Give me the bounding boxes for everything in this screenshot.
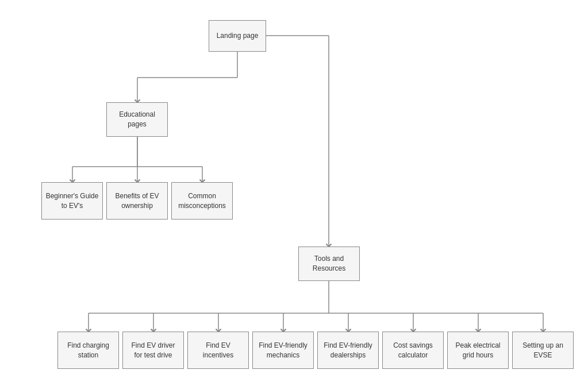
benefits-node: Benefits of EV ownership bbox=[106, 182, 168, 220]
evse-node: Setting up an EVSE bbox=[512, 332, 574, 369]
diagram: Landing page Educational pages Tools and… bbox=[0, 0, 588, 385]
ev-driver-node: Find EV driver for test drive bbox=[122, 332, 184, 369]
dealerships-node: Find EV-friendly dealerships bbox=[317, 332, 379, 369]
misconceptions-node: Common misconceptions bbox=[171, 182, 233, 220]
landing-page-node: Landing page bbox=[209, 20, 266, 52]
charging-station-node: Find charging station bbox=[57, 332, 119, 369]
beginners-guide-node: Beginner's Guide to EV's bbox=[41, 182, 103, 220]
savings-node: Cost savings calculator bbox=[382, 332, 444, 369]
peak-grid-node: Peak electrical grid hours bbox=[447, 332, 509, 369]
educational-pages-node: Educational pages bbox=[106, 102, 168, 137]
mechanics-node: Find EV-friendly mechanics bbox=[252, 332, 314, 369]
tools-resources-node: Tools and Resources bbox=[298, 247, 360, 281]
incentives-node: Find EV incentives bbox=[187, 332, 249, 369]
